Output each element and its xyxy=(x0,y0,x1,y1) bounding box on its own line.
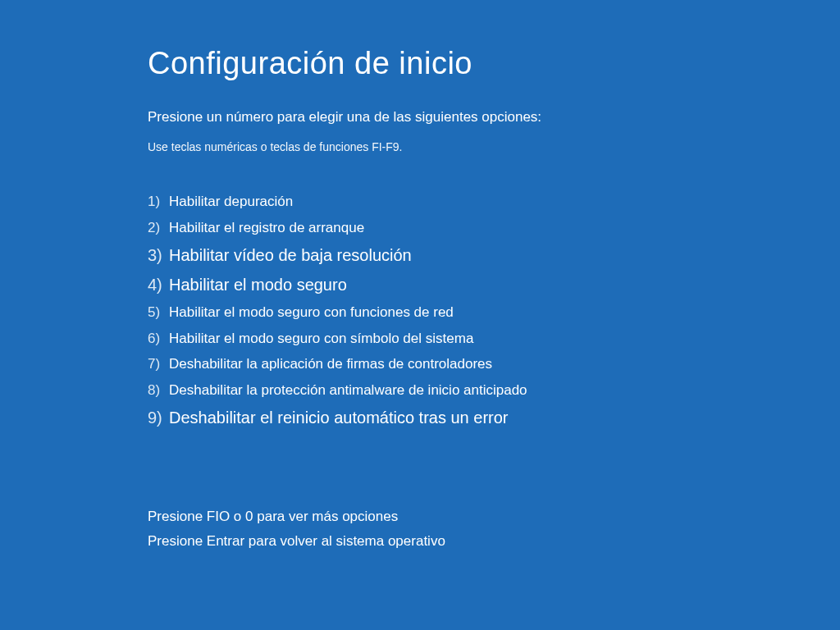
option-number: 8) xyxy=(148,380,169,401)
option-number: 6) xyxy=(148,328,169,349)
option-9[interactable]: 9) Deshabilitar el reinicio automático t… xyxy=(148,405,840,430)
option-number: 1) xyxy=(148,191,169,212)
instruction-text: Presione un número para elegir una de la… xyxy=(148,109,840,126)
more-options-hint: Presione FIO o 0 para ver más opciones xyxy=(148,509,840,525)
option-label: Habilitar el registro de arranque xyxy=(169,217,364,239)
option-7[interactable]: 7) Deshabilitar la aplicación de firmas … xyxy=(148,354,840,375)
option-label: Deshabilitar la protección antimalware d… xyxy=(169,380,527,401)
startup-settings-screen: Configuración de inicio Presione un núme… xyxy=(0,0,840,550)
option-3[interactable]: 3) Habilitar vídeo de baja resolución xyxy=(148,243,840,267)
option-number: 9) xyxy=(148,405,169,430)
option-number: 5) xyxy=(148,302,169,323)
option-label: Deshabilitar la aplicación de firmas de … xyxy=(169,354,492,375)
option-8[interactable]: 8) Deshabilitar la protección antimalwar… xyxy=(148,380,840,401)
return-os-hint: Presione Entrar para volver al sistema o… xyxy=(148,533,840,550)
option-4[interactable]: 4) Habilitar el modo seguro xyxy=(148,272,840,297)
option-number: 7) xyxy=(148,354,169,375)
option-number: 2) xyxy=(148,217,169,239)
option-6[interactable]: 6) Habilitar el modo seguro con símbolo … xyxy=(148,328,840,349)
option-1[interactable]: 1) Habilitar depuración xyxy=(148,191,840,212)
hint-text: Use teclas numéricas o teclas de funcion… xyxy=(148,140,840,153)
option-label: Habilitar el modo seguro con símbolo del… xyxy=(169,328,473,349)
option-label: Habilitar vídeo de baja resolución xyxy=(169,243,412,267)
option-label: Habilitar el modo seguro con funciones d… xyxy=(169,302,454,323)
option-label: Habilitar depuración xyxy=(169,191,293,212)
option-label: Deshabilitar el reinicio automático tras… xyxy=(169,405,509,430)
page-title: Configuración de inicio xyxy=(148,46,840,81)
option-number: 4) xyxy=(148,272,169,297)
option-5[interactable]: 5) Habilitar el modo seguro con funcione… xyxy=(148,302,840,323)
option-number: 3) xyxy=(148,243,169,267)
options-list: 1) Habilitar depuración 2) Habilitar el … xyxy=(148,191,840,430)
option-label: Habilitar el modo seguro xyxy=(169,272,347,297)
option-2[interactable]: 2) Habilitar el registro de arranque xyxy=(148,217,840,239)
